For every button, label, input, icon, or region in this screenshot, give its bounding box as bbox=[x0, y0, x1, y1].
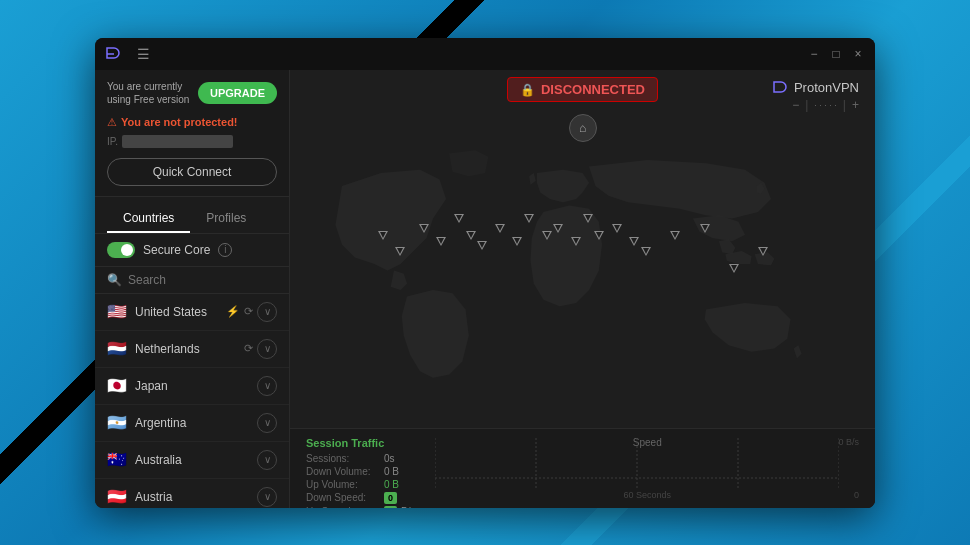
tab-profiles[interactable]: Profiles bbox=[190, 205, 262, 233]
country-icons: ∨ bbox=[257, 487, 277, 507]
country-expand-button[interactable]: ∨ bbox=[257, 487, 277, 507]
country-expand-button[interactable]: ∨ bbox=[257, 302, 277, 322]
country-name: United States bbox=[135, 305, 226, 319]
country-action-icon[interactable]: ⚡ bbox=[226, 305, 240, 318]
warning-icon: ⚠ bbox=[107, 116, 117, 129]
sidebar-top: You are currently using Free version UPG… bbox=[95, 70, 289, 197]
sidebar: You are currently using Free version UPG… bbox=[95, 70, 290, 508]
lock-icon: 🔒 bbox=[520, 83, 535, 97]
country-item[interactable]: 🇦🇷 Argentina ∨ bbox=[95, 405, 289, 442]
stats-row-up-speed: Up Speed: 0 B/s bbox=[306, 506, 415, 508]
down-volume-value: 0 B bbox=[384, 466, 399, 477]
chart-y-label: 0 B/s bbox=[838, 437, 859, 447]
sessions-value: 0s bbox=[384, 453, 395, 464]
menu-icon[interactable]: ☰ bbox=[137, 46, 150, 62]
upgrade-banner: You are currently using Free version UPG… bbox=[107, 80, 277, 106]
country-item[interactable]: 🇦🇺 Australia ∨ bbox=[95, 442, 289, 479]
ip-value: ██████████ bbox=[122, 135, 233, 148]
disconnected-badge: 🔒 DISCONNECTED bbox=[507, 77, 658, 102]
chart-x-right: 0 bbox=[854, 490, 859, 500]
quick-connect-button[interactable]: Quick Connect bbox=[107, 158, 277, 186]
country-flag: 🇯🇵 bbox=[107, 379, 127, 393]
warning-row: ⚠ You are not protected! bbox=[107, 116, 277, 129]
vpn-minus-button[interactable]: − bbox=[792, 98, 799, 112]
secure-core-info-icon[interactable]: i bbox=[218, 243, 232, 257]
down-speed-value: 0 bbox=[384, 492, 397, 504]
secure-core-row: Secure Core i bbox=[95, 234, 289, 267]
search-icon: 🔍 bbox=[107, 273, 122, 287]
country-icons: ⚡⟳ ∨ bbox=[226, 302, 277, 322]
country-action-icon[interactable]: ⟳ bbox=[244, 342, 253, 355]
map-panel: 🔒 DISCONNECTED ⌂ ProtonVPN − | · · · · ·… bbox=[290, 70, 875, 508]
protonvpn-logo: ProtonVPN bbox=[772, 80, 859, 96]
upgrade-button[interactable]: UPGRADE bbox=[198, 82, 277, 104]
stats-title: Session Traffic bbox=[306, 437, 415, 449]
proton-brand-icon bbox=[772, 80, 788, 96]
country-expand-button[interactable]: ∨ bbox=[257, 376, 277, 396]
stats-row-down-speed: Down Speed: 0 bbox=[306, 492, 415, 504]
country-expand-button[interactable]: ∨ bbox=[257, 339, 277, 359]
sessions-label: Sessions: bbox=[306, 453, 376, 464]
window-controls: − □ × bbox=[807, 47, 865, 61]
up-speed-value: 0 B/s bbox=[384, 506, 415, 508]
country-flag: 🇦🇹 bbox=[107, 490, 127, 504]
disconnected-text: DISCONNECTED bbox=[541, 82, 645, 97]
up-speed-label: Up Speed: bbox=[306, 506, 376, 508]
country-action-icon[interactable]: ⟳ bbox=[244, 305, 253, 318]
country-icons: ∨ bbox=[257, 450, 277, 470]
country-icons: ⟳ ∨ bbox=[244, 339, 277, 359]
search-input[interactable] bbox=[128, 273, 278, 287]
warning-text: You are not protected! bbox=[121, 116, 238, 128]
down-speed-badge: 0 bbox=[384, 492, 397, 504]
country-name: Netherlands bbox=[135, 342, 244, 356]
country-name: Austria bbox=[135, 490, 257, 504]
stats-row-sessions: Sessions: 0s bbox=[306, 453, 415, 464]
ip-label: IP. bbox=[107, 136, 118, 147]
world-map-svg bbox=[290, 100, 875, 428]
chart-x-label: 60 Seconds bbox=[623, 490, 671, 500]
tabs: Countries Profiles bbox=[95, 197, 289, 234]
country-flag: 🇦🇺 bbox=[107, 453, 127, 467]
secure-core-label: Secure Core bbox=[143, 243, 210, 257]
down-speed-label: Down Speed: bbox=[306, 492, 376, 503]
country-name: Australia bbox=[135, 453, 257, 467]
proton-logo-icon bbox=[105, 46, 121, 62]
brand-name: ProtonVPN bbox=[794, 80, 859, 95]
speed-chart bbox=[435, 438, 839, 488]
tab-countries[interactable]: Countries bbox=[107, 205, 190, 233]
search-row: 🔍 bbox=[95, 267, 289, 294]
minimize-button[interactable]: − bbox=[807, 47, 821, 61]
up-volume-value: 0 B bbox=[384, 479, 399, 490]
app-window: ☰ − □ × You are currently using Free ver… bbox=[95, 38, 875, 508]
country-list: 🇺🇸 United States ⚡⟳ ∨ 🇳🇱 Netherlands ⟳ ∨… bbox=[95, 294, 289, 508]
stats-panel: Session Traffic Sessions: 0s Down Volume… bbox=[290, 428, 875, 508]
country-item[interactable]: 🇺🇸 United States ⚡⟳ ∨ bbox=[95, 294, 289, 331]
main-content: You are currently using Free version UPG… bbox=[95, 70, 875, 508]
up-volume-label: Up Volume: bbox=[306, 479, 376, 490]
home-button[interactable]: ⌂ bbox=[569, 114, 597, 142]
country-icons: ∨ bbox=[257, 413, 277, 433]
country-flag: 🇳🇱 bbox=[107, 342, 127, 356]
session-traffic: Session Traffic Sessions: 0s Down Volume… bbox=[306, 437, 415, 500]
country-item[interactable]: 🇳🇱 Netherlands ⟳ ∨ bbox=[95, 331, 289, 368]
country-icons: ∨ bbox=[257, 376, 277, 396]
world-map bbox=[290, 100, 875, 428]
stats-row-down-vol: Down Volume: 0 B bbox=[306, 466, 415, 477]
protonvpn-controls: − | · · · · · | + bbox=[792, 98, 859, 112]
country-expand-button[interactable]: ∨ bbox=[257, 413, 277, 433]
country-flag: 🇦🇷 bbox=[107, 416, 127, 430]
title-bar-logo: ☰ bbox=[105, 46, 150, 62]
upgrade-text: You are currently using Free version bbox=[107, 80, 198, 106]
country-item[interactable]: 🇯🇵 Japan ∨ bbox=[95, 368, 289, 405]
country-expand-button[interactable]: ∨ bbox=[257, 450, 277, 470]
country-name: Japan bbox=[135, 379, 257, 393]
maximize-button[interactable]: □ bbox=[829, 47, 843, 61]
secure-core-toggle[interactable] bbox=[107, 242, 135, 258]
country-item[interactable]: 🇦🇹 Austria ∨ bbox=[95, 479, 289, 508]
vpn-plus-button[interactable]: + bbox=[852, 98, 859, 112]
down-volume-label: Down Volume: bbox=[306, 466, 376, 477]
country-name: Argentina bbox=[135, 416, 257, 430]
ip-row: IP. ██████████ bbox=[107, 135, 277, 148]
close-button[interactable]: × bbox=[851, 47, 865, 61]
title-bar: ☰ − □ × bbox=[95, 38, 875, 70]
